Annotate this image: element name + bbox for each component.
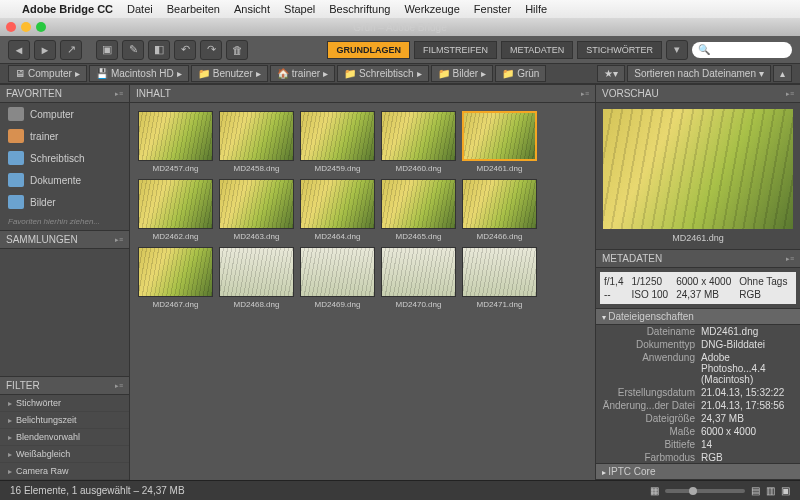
fav-schreibtisch[interactable]: Schreibtisch — [0, 147, 129, 169]
close-button[interactable] — [6, 22, 16, 32]
thumb-image[interactable] — [138, 247, 213, 297]
thumb-image[interactable] — [300, 179, 375, 229]
thumb-image[interactable] — [381, 111, 456, 161]
thumb-image[interactable] — [219, 111, 294, 161]
fav-bilder[interactable]: Bilder — [0, 191, 129, 213]
collections-header[interactable]: SAMMLUNGEN▸≡ — [0, 230, 129, 249]
thumbnail[interactable]: MD2462.dng — [138, 179, 213, 241]
thumbnail[interactable]: MD2457.dng — [138, 111, 213, 173]
menu-item[interactable]: Datei — [127, 3, 153, 15]
right-sidebar: VORSCHAU▸≡ MD2461.dng METADATEN▸≡ f/1,4 … — [595, 84, 800, 480]
output-icon[interactable]: ◧ — [148, 40, 170, 60]
filter-aperture[interactable]: Blendenvorwahl — [0, 429, 129, 446]
view-mode-icon[interactable]: ▤ — [751, 485, 760, 496]
menu-item[interactable]: Stapel — [284, 3, 315, 15]
filter-whitebalance[interactable]: Weißabgleich — [0, 446, 129, 463]
menu-item[interactable]: Hilfe — [525, 3, 547, 15]
fav-computer[interactable]: Computer — [0, 103, 129, 125]
thumbnail-size-slider[interactable] — [665, 489, 745, 493]
thumb-image[interactable] — [381, 179, 456, 229]
filter-header[interactable]: FILTER▸≡ — [0, 376, 129, 395]
thumb-image[interactable] — [300, 111, 375, 161]
filter-exposure[interactable]: Belichtungszeit — [0, 412, 129, 429]
back-button[interactable]: ◄ — [8, 40, 30, 60]
sort-asc-icon[interactable]: ▴ — [773, 65, 792, 82]
content-header[interactable]: INHALT▸≡ — [130, 84, 595, 103]
thumbnail[interactable]: MD2459.dng — [300, 111, 375, 173]
thumbnail-grid[interactable]: MD2457.dngMD2458.dngMD2459.dngMD2460.dng… — [130, 103, 595, 480]
tab-filmstreifen[interactable]: FILMSTREIFEN — [414, 41, 497, 59]
thumbnail[interactable]: MD2461.dng — [462, 111, 537, 173]
tab-stichwoerter[interactable]: STICHWÖRTER — [577, 41, 662, 59]
metadata-row: FarbmodusRGB — [596, 451, 800, 463]
thumb-label: MD2462.dng — [153, 232, 199, 241]
trash-icon[interactable]: 🗑 — [226, 40, 248, 60]
status-bar: 16 Elemente, 1 ausgewählt – 24,37 MB ▦ ▤… — [0, 480, 800, 500]
thumbnail[interactable]: MD2458.dng — [219, 111, 294, 173]
thumb-image[interactable] — [462, 247, 537, 297]
camera-icon[interactable]: ▣ — [96, 40, 118, 60]
fav-dokumente[interactable]: Dokumente — [0, 169, 129, 191]
metadata-row: Maße6000 x 4000 — [596, 425, 800, 438]
menu-item[interactable]: Fenster — [474, 3, 511, 15]
workspace-menu-icon[interactable]: ▾ — [666, 40, 688, 60]
thumb-image[interactable] — [138, 179, 213, 229]
metadata-header[interactable]: METADATEN▸≡ — [596, 249, 800, 268]
sort-dropdown[interactable]: Sortieren nach Dateinamen ▾ — [627, 65, 771, 82]
search-input[interactable]: 🔍 — [692, 42, 792, 58]
thumbnail[interactable]: MD2463.dng — [219, 179, 294, 241]
thumbnail[interactable]: MD2470.dng — [381, 247, 456, 309]
menu-item[interactable]: Werkzeuge — [404, 3, 459, 15]
tab-grundlagen[interactable]: GRUNDLAGEN — [327, 41, 410, 59]
thumbnail[interactable]: MD2466.dng — [462, 179, 537, 241]
thumbnail[interactable]: MD2471.dng — [462, 247, 537, 309]
crumb-computer[interactable]: 🖥 Computer ▸ — [8, 65, 87, 82]
metadata-list: DateinameMD2461.dngDokumenttypDNG-Bildda… — [596, 325, 800, 463]
filter-keywords[interactable]: Stichwörter — [0, 395, 129, 412]
iptc-header[interactable]: ▸ IPTC Core — [596, 463, 800, 480]
view-mode-icon[interactable]: ▥ — [766, 485, 775, 496]
thumb-image[interactable] — [462, 179, 537, 229]
view-mode-icon[interactable]: ▣ — [781, 485, 790, 496]
crumb-gruen[interactable]: 📁 Grün — [495, 65, 546, 82]
crumb-hd[interactable]: 💾 Macintosh HD ▸ — [89, 65, 189, 82]
menu-item[interactable]: Bearbeiten — [167, 3, 220, 15]
thumb-image[interactable] — [138, 111, 213, 161]
filter-rating-icon[interactable]: ★▾ — [597, 65, 625, 82]
thumbnail[interactable]: MD2467.dng — [138, 247, 213, 309]
preview-header[interactable]: VORSCHAU▸≡ — [596, 84, 800, 103]
thumb-image[interactable] — [462, 111, 537, 161]
favorites-header[interactable]: FAVORITEN▸≡ — [0, 84, 129, 103]
thumb-image[interactable] — [300, 247, 375, 297]
preview-image[interactable] — [603, 109, 793, 229]
minimize-button[interactable] — [21, 22, 31, 32]
filter-cameraraw[interactable]: Camera Raw — [0, 463, 129, 480]
grid-view-icon[interactable]: ▦ — [650, 485, 659, 496]
crumb-users[interactable]: 📁 Benutzer ▸ — [191, 65, 268, 82]
reveal-icon[interactable]: ↗ — [60, 40, 82, 60]
thumbnail[interactable]: MD2469.dng — [300, 247, 375, 309]
thumbnail[interactable]: MD2465.dng — [381, 179, 456, 241]
crumb-desktop[interactable]: 📁 Schreibtisch ▸ — [337, 65, 428, 82]
fav-trainer[interactable]: trainer — [0, 125, 129, 147]
forward-button[interactable]: ► — [34, 40, 56, 60]
thumbnail[interactable]: MD2468.dng — [219, 247, 294, 309]
thumb-image[interactable] — [219, 179, 294, 229]
crumb-trainer[interactable]: 🏠 trainer ▸ — [270, 65, 335, 82]
rotate-cw-icon[interactable]: ↷ — [200, 40, 222, 60]
tab-metadaten[interactable]: METADATEN — [501, 41, 573, 59]
menu-item[interactable]: Ansicht — [234, 3, 270, 15]
metadata-row: Änderung...der Datei21.04.13, 17:58:56 — [596, 399, 800, 412]
rotate-ccw-icon[interactable]: ↶ — [174, 40, 196, 60]
refine-icon[interactable]: ✎ — [122, 40, 144, 60]
menu-item[interactable]: Beschriftung — [329, 3, 390, 15]
thumb-image[interactable] — [381, 247, 456, 297]
app-name[interactable]: Adobe Bridge CC — [22, 3, 113, 15]
thumbnail[interactable]: MD2460.dng — [381, 111, 456, 173]
crumb-bilder[interactable]: 📁 Bilder ▸ — [431, 65, 494, 82]
file-properties-header[interactable]: ▾ Dateieigenschaften — [596, 308, 800, 325]
zoom-button[interactable] — [36, 22, 46, 32]
thumb-image[interactable] — [219, 247, 294, 297]
thumbnail[interactable]: MD2464.dng — [300, 179, 375, 241]
tags-value: Ohne Tags — [739, 276, 787, 287]
